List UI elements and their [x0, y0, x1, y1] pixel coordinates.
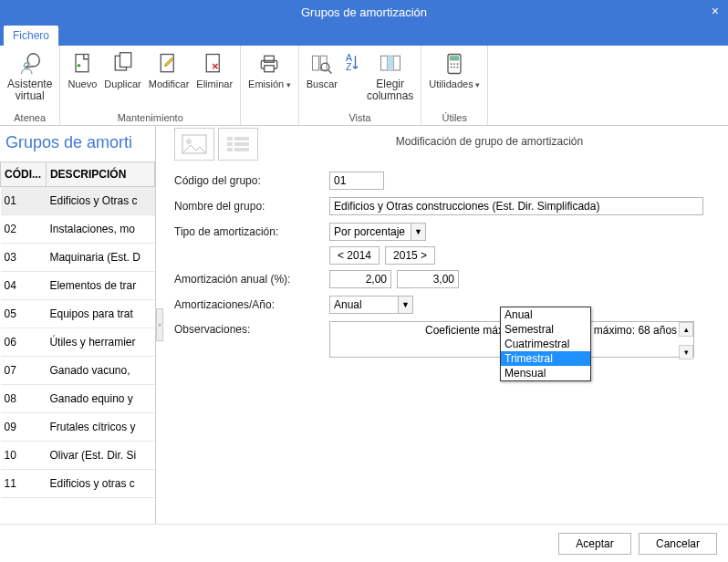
accept-button[interactable]: Aceptar — [558, 533, 631, 555]
ribbon-group-vista: Buscar AZ Elegir columnas Vista — [299, 46, 422, 125]
table-row[interactable]: 03Maquinaria (Est. D — [1, 244, 155, 272]
col-codigo[interactable]: CÓDI... — [1, 162, 47, 187]
table-row[interactable]: 08Ganado equino y — [1, 385, 155, 413]
svg-rect-29 — [234, 142, 249, 146]
ribbon: Asistente virtual Atenea Nuevo Duplicar … — [0, 46, 728, 126]
left-pane: Grupos de amorti CÓDI... DESCRIPCIÓN 01E… — [0, 126, 156, 524]
group-label-emision — [244, 121, 295, 123]
group-label-atenea: Atenea — [4, 110, 56, 123]
svg-rect-9 — [312, 56, 318, 70]
year-prev-button[interactable]: < 2014 — [329, 246, 380, 265]
pct1-input[interactable] — [329, 270, 391, 288]
dropdown-option[interactable]: Anual — [501, 307, 590, 322]
tab-fichero[interactable]: Fichero — [4, 26, 58, 46]
svg-point-22 — [453, 67, 455, 68]
nuevo-label: Nuevo — [68, 78, 97, 89]
edit-icon — [154, 49, 183, 78]
nombre-input[interactable] — [329, 197, 703, 215]
dialog-footer: Aceptar Cancelar — [0, 524, 728, 562]
ribbon-tabs: Fichero — [0, 24, 728, 46]
svg-rect-3 — [120, 53, 130, 68]
duplicate-icon — [109, 49, 138, 78]
svg-rect-26 — [227, 137, 233, 140]
close-icon[interactable]: × — [712, 4, 719, 18]
tipo-select[interactable]: Por porcentaje ▼ — [329, 223, 426, 241]
label-tipo: Tipo de amortización: — [174, 225, 329, 238]
sort-button[interactable]: AZ — [341, 47, 363, 80]
table-row[interactable]: 05Equipos para trat — [1, 300, 155, 328]
svg-point-19 — [453, 63, 455, 65]
dropdown-option[interactable]: Cuatrimestral — [501, 337, 590, 351]
form-title: Modificación de grupo de amortización — [262, 128, 717, 148]
label-codigo: Código del grupo: — [174, 174, 329, 187]
table-row[interactable]: 04Elementos de trar — [1, 272, 155, 300]
svg-point-21 — [451, 67, 452, 68]
svg-rect-17 — [450, 56, 460, 60]
ribbon-group-atenea: Asistente virtual Atenea — [0, 46, 60, 125]
scroll-down-icon[interactable]: ▾ — [679, 345, 693, 359]
eliminar-button[interactable]: Eliminar — [192, 47, 236, 91]
ribbon-group-mantenimiento: Nuevo Duplicar Modificar Eliminar Manten… — [60, 46, 241, 125]
codigo-input[interactable] — [329, 172, 384, 190]
chevron-down-icon[interactable]: ▼ — [398, 297, 412, 313]
col-descripcion[interactable]: DESCRIPCIÓN — [46, 162, 154, 187]
data-grid[interactable]: CÓDI... DESCRIPCIÓN 01Edificios y Otras … — [0, 161, 155, 524]
eliminar-label: Eliminar — [196, 78, 233, 89]
svg-rect-15 — [387, 56, 393, 70]
svg-point-20 — [457, 63, 459, 65]
svg-point-18 — [451, 63, 452, 65]
year-next-button[interactable]: 2015 > — [385, 246, 435, 265]
dropdown-option[interactable]: Mensual — [501, 366, 590, 380]
table-row[interactable]: 01Edificios y Otras c — [1, 187, 155, 215]
label-nombre: Nombre del grupo: — [174, 200, 329, 213]
duplicar-label: Duplicar — [104, 78, 140, 89]
asistente-button[interactable]: Asistente virtual — [4, 47, 56, 104]
svg-rect-5 — [206, 55, 219, 72]
ribbon-group-emision: Emisión — [241, 46, 299, 125]
table-row[interactable]: 02Instalaciones, mo — [1, 215, 155, 244]
tipo-value: Por porcentaje — [330, 224, 411, 240]
thumb-image-icon[interactable] — [174, 128, 214, 161]
svg-point-23 — [457, 67, 459, 68]
utilidades-label: Utilidades — [429, 78, 480, 90]
print-icon — [255, 49, 284, 78]
scroll-up-icon[interactable]: ▴ — [679, 322, 693, 337]
por-ano-select[interactable]: Anual ▼ — [329, 296, 413, 314]
table-row[interactable]: 07Ganado vacuno, — [1, 357, 155, 385]
emision-button[interactable]: Emisión — [244, 47, 295, 92]
buscar-label: Buscar — [307, 78, 338, 89]
svg-rect-31 — [234, 148, 249, 151]
dropdown-option[interactable]: Trimestral — [501, 351, 590, 366]
table-row[interactable]: 09Frutales cítricos y — [1, 413, 155, 442]
utilidades-button[interactable]: Utilidades — [425, 47, 484, 92]
table-row[interactable]: 10Olivar (Est. Dir. Si — [1, 442, 155, 470]
elegir-columnas-button[interactable]: Elegir columnas — [363, 47, 417, 104]
label-por-ano: Amortizaciones/Año: — [174, 298, 329, 311]
svg-rect-1 — [76, 55, 88, 72]
dropdown-option[interactable]: Semestral — [501, 322, 590, 337]
nuevo-button[interactable]: Nuevo — [64, 47, 100, 91]
modificar-button[interactable]: Modificar — [145, 47, 193, 91]
table-row[interactable]: 06Útiles y herramier — [1, 328, 155, 357]
columns-icon — [376, 49, 405, 78]
por-ano-dropdown[interactable]: AnualSemestralCuatrimestralTrimestralMen… — [500, 307, 591, 381]
svg-rect-28 — [227, 142, 233, 146]
search-icon — [307, 49, 337, 78]
thumb-list-icon[interactable] — [218, 128, 258, 161]
modificar-label: Modificar — [149, 78, 190, 89]
table-row[interactable]: 11Edificios y otras c — [1, 470, 155, 498]
chevron-down-icon[interactable]: ▼ — [411, 224, 425, 240]
label-obs: Observaciones: — [174, 321, 329, 360]
asistente-label: Asistente virtual — [7, 78, 52, 102]
svg-rect-7 — [265, 56, 275, 62]
leftpane-title: Grupos de amorti — [0, 126, 155, 161]
elegir-label: Elegir columnas — [367, 78, 413, 102]
duplicar-button[interactable]: Duplicar — [100, 47, 144, 91]
por-ano-value: Anual — [330, 297, 398, 313]
svg-rect-27 — [234, 137, 249, 140]
delete-icon — [200, 49, 229, 78]
pct2-input[interactable] — [397, 270, 459, 288]
group-label-utiles: Útiles — [425, 110, 484, 123]
buscar-button[interactable]: Buscar — [303, 47, 341, 91]
cancel-button[interactable]: Cancelar — [639, 533, 717, 555]
